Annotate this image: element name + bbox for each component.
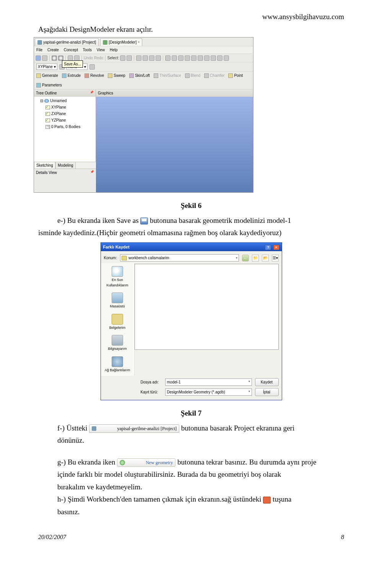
dm-ball-icon [120,460,125,465]
open-icon[interactable] [42,55,47,61]
skinloft-button[interactable]: Skin/Loft [129,73,150,78]
point-button[interactable]: Point [228,73,243,78]
tree-parts[interactable]: 0 Parts, 0 Bodies [36,123,94,130]
redo-button[interactable]: Redo [94,55,103,61]
tree-zxplane[interactable]: ZXPlane [36,110,94,117]
view-icon[interactable] [191,55,196,61]
view-icon[interactable] [172,55,177,61]
back-button[interactable]: ← [242,255,249,262]
menu-concept[interactable]: Concept [64,48,78,52]
separator [65,55,66,61]
view-icon[interactable] [224,55,229,61]
step-g-line1: g-) Bu ekranda iken New geometry butonun… [38,457,344,468]
save-as-icon[interactable] [58,55,63,61]
filter-icon[interactable] [149,55,154,61]
step-g-line3: bırakalım ve kaydetmeyelim. [38,482,344,493]
place-mycomputer[interactable]: Bilgisayarım [101,333,134,354]
menu-create[interactable]: Create [47,48,59,52]
view-icon[interactable] [204,55,209,61]
undo-button[interactable]: Undo [84,55,93,61]
save-dialog: Farklı Kaydet ? × Konum: workbench calis… [101,242,282,401]
toolbar-icon[interactable] [68,55,73,61]
pin-icon[interactable]: 📌 [90,90,94,96]
separator [81,55,82,61]
konum-dropdown[interactable]: workbench calismalarim▾ [120,254,239,262]
step-f-line1: f-) Üstteki yapisal-gerilme-analizi [Pro… [38,423,344,434]
tab-modeling[interactable]: Modeling [55,162,76,169]
place-recent[interactable]: En Son Kullandıklarım [101,264,134,290]
sweep-button[interactable]: Sweep [108,73,125,78]
toolbar-icon[interactable] [74,55,80,61]
place-network[interactable]: Ağ Bağlantılarım [101,354,134,375]
konum-label: Konum: [104,255,117,261]
newfolder-button[interactable]: 📂 [262,255,269,262]
sketch-icon[interactable] [89,64,95,70]
tab-close-icon[interactable]: × [138,40,140,45]
place-desktop[interactable]: Masaüstü [101,290,134,312]
dialog-title: Farklı Kaydet [103,244,130,250]
tree-xyplane[interactable]: XYPlane [36,104,94,110]
dialog-titlebar: Farklı Kaydet ? × [101,243,282,252]
tab-project[interactable]: yapisal-gerilme-analizi [Project] [35,38,99,46]
separator [163,55,163,61]
footer-date: 20/02/2007 [38,533,66,542]
separator [105,55,106,61]
pin-icon[interactable]: 📌 [90,170,94,175]
footer-page: 8 [341,533,344,542]
save-icon[interactable] [52,55,57,61]
step-e-line1: e-) Bu ekranda iken Save as butonuna bas… [38,215,344,226]
plane-select[interactable]: XYPlane▾ [36,63,57,70]
blend-button[interactable]: Blend [185,73,201,78]
place-documents[interactable]: Belgelerim [101,312,134,333]
view-icon[interactable] [185,55,190,61]
dialog-help-icon[interactable]: ? [265,245,271,250]
dialog-close-icon[interactable]: × [273,245,279,250]
filter-icon[interactable] [143,55,148,61]
menu-help[interactable]: Help [110,48,118,52]
project-icon [92,426,96,431]
view-icon[interactable] [198,55,203,61]
tab-designmodeler[interactable]: [DesignModeler] × [100,38,142,46]
view-icon[interactable] [211,55,216,61]
tree-header: Tree Outline📌 [34,89,96,97]
menu-file[interactable]: File [36,48,42,52]
view-icon[interactable] [217,55,222,61]
file-list[interactable] [135,264,279,350]
up-button[interactable]: 📁 [252,255,259,262]
extrude-button[interactable]: Extrude [62,73,81,78]
step-h-line1: h-) Şimdi Workbench'den tamamen çıkmak i… [38,494,344,505]
tab-project-label: yapisal-gerilme-analizi [Project] [43,39,96,45]
view-icon[interactable] [178,55,184,61]
select-icon[interactable] [127,55,132,61]
menu-tools[interactable]: Tools [83,48,92,52]
view-icon[interactable] [165,55,171,61]
parameters-button[interactable]: Parameters [36,82,62,88]
tree-root[interactable]: ⊟Unnamed [36,97,94,104]
filename-input[interactable]: model-1▾ [165,378,252,386]
separator [134,55,134,61]
cancel-button[interactable]: İptal [255,388,279,396]
tab-sketching[interactable]: Sketching [34,162,55,169]
generate-button[interactable]: Generate [36,73,58,78]
new-icon[interactable] [36,55,41,61]
details-header: Details View📌 [34,169,96,176]
project-icon [37,40,42,45]
new-geometry-inline: New geometry [117,458,175,467]
filter-icon[interactable] [156,55,161,61]
chamfer-button[interactable]: Chamfer [204,73,224,78]
designmodeler-screenshot: yapisal-gerilme-analizi [Project] [Desig… [34,37,253,193]
thinsurface-button[interactable]: Thin/Surface [154,73,181,78]
revolve-button[interactable]: Revolve [84,73,104,78]
graphics-viewport[interactable] [96,97,253,192]
menubar: File Create Concept Tools View Help [34,46,253,54]
save-button[interactable]: Kaydet [255,378,279,386]
menu-view[interactable]: View [97,48,105,52]
viewmode-button[interactable]: ☰▾ [272,255,279,262]
filename-label: Dosya adı: [141,379,162,385]
filter-icon[interactable] [136,55,141,61]
filetype-select[interactable]: DesignModeler Geometry (*.agdb)▾ [165,388,252,396]
figure-7-caption: Şekil 7 [38,408,344,419]
tree-yzplane[interactable]: YZPlane [36,117,94,123]
select-icon[interactable] [120,55,125,61]
save-as-tooltip: Save As... [62,60,83,68]
